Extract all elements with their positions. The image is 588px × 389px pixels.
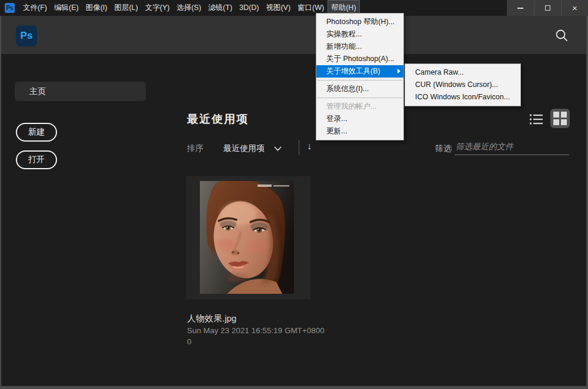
minimize-icon: [517, 8, 523, 9]
filter-input[interactable]: [455, 139, 569, 155]
search-button[interactable]: [554, 28, 569, 43]
file-name: 人物效果.jpg: [187, 313, 236, 324]
help-menu-item-whats-new[interactable]: 新增功能...: [316, 41, 403, 53]
about-plugins-label: 关于增效工具(B): [326, 67, 380, 75]
help-menu-item-updates[interactable]: 更新...: [316, 125, 403, 138]
titlebar: Ps 文件(F) 编辑(E) 图像(I) 图层(L) 文字(Y) 选择(S) 滤…: [0, 0, 588, 16]
minimize-button[interactable]: [507, 0, 534, 16]
app-icon: Ps: [5, 3, 15, 13]
close-button[interactable]: ×: [561, 0, 588, 16]
help-menu-item-manage-account: 管理我的帐户...: [316, 100, 403, 113]
window-controls: ×: [507, 0, 588, 16]
app-header: Ps: [0, 16, 588, 54]
menu-separator: [317, 98, 403, 98]
help-menu-item-about-plugins[interactable]: 关于增效工具(B): [316, 65, 403, 78]
maximize-button[interactable]: [534, 0, 561, 16]
menubar-item-select[interactable]: 选择(S): [173, 0, 205, 16]
new-button[interactable]: 新建: [16, 123, 57, 142]
menubar-item-3d[interactable]: 3D(D): [236, 0, 262, 16]
help-menu-item-sign-in[interactable]: 登录...: [316, 113, 403, 125]
grid-view-button[interactable]: [550, 109, 570, 128]
menubar: 文件(F) 编辑(E) 图像(I) 图层(L) 文字(Y) 选择(S) 滤镜(T…: [19, 0, 360, 16]
open-button[interactable]: 打开: [16, 150, 57, 169]
sort-dropdown[interactable]: 最近使用项: [223, 143, 282, 154]
sidebar-item-home[interactable]: 主页: [15, 82, 146, 101]
photoshop-logo: Ps: [16, 25, 37, 46]
grid-view-icon: [553, 111, 567, 126]
help-menu-item-system-info[interactable]: 系统信息(I)...: [316, 83, 403, 95]
search-icon: [554, 28, 569, 42]
page-title: 最近使用项: [187, 112, 249, 127]
maximize-icon: [545, 5, 550, 11]
file-date-line2: 0: [187, 337, 192, 346]
sort-value: 最近使用项: [223, 143, 265, 154]
file-date-line1: Sun May 23 2021 16:55:19 GMT+0800: [187, 326, 325, 335]
list-view-icon: [529, 113, 543, 125]
menubar-item-image[interactable]: 图像(I): [82, 0, 111, 16]
help-menu-item-tutorials[interactable]: 实操教程...: [316, 28, 403, 41]
menubar-item-type[interactable]: 文字(Y): [142, 0, 173, 16]
menubar-item-file[interactable]: 文件(F): [19, 0, 51, 16]
plugins-submenu: Camera Raw... CUR (Windows Cursor)... IC…: [405, 63, 521, 106]
help-menu: Photoshop 帮助(H)... 实操教程... 新增功能... 关于 Ph…: [316, 13, 404, 140]
menubar-item-layer[interactable]: 图层(L): [111, 0, 141, 16]
recent-file-card[interactable]: [186, 176, 310, 299]
toolbar-divider: [299, 140, 299, 155]
menubar-item-edit[interactable]: 编辑(E): [51, 0, 82, 16]
submenu-item-cur[interactable]: CUR (Windows Cursor)...: [405, 79, 520, 91]
help-menu-item-photoshop-help[interactable]: Photoshop 帮助(H)...: [316, 16, 403, 28]
list-view-button[interactable]: [528, 112, 544, 126]
chevron-down-icon: [274, 146, 282, 152]
sort-label: 排序: [187, 143, 203, 154]
sort-direction-button[interactable]: ↓: [307, 141, 312, 152]
submenu-item-ico[interactable]: ICO Windows Icon/Favicon...: [405, 91, 520, 103]
submenu-item-camera-raw[interactable]: Camera Raw...: [405, 66, 520, 79]
menubar-item-view[interactable]: 视图(V): [262, 0, 294, 16]
submenu-arrow-icon: [397, 69, 400, 73]
menubar-item-filter[interactable]: 滤镜(T): [205, 0, 236, 16]
filter-label: 筛选: [435, 143, 452, 154]
menu-separator: [317, 80, 403, 81]
close-icon: ×: [572, 4, 577, 12]
portrait-thumbnail: [200, 181, 294, 294]
help-menu-item-about-photoshop[interactable]: 关于 Photoshop(A)...: [316, 53, 403, 65]
